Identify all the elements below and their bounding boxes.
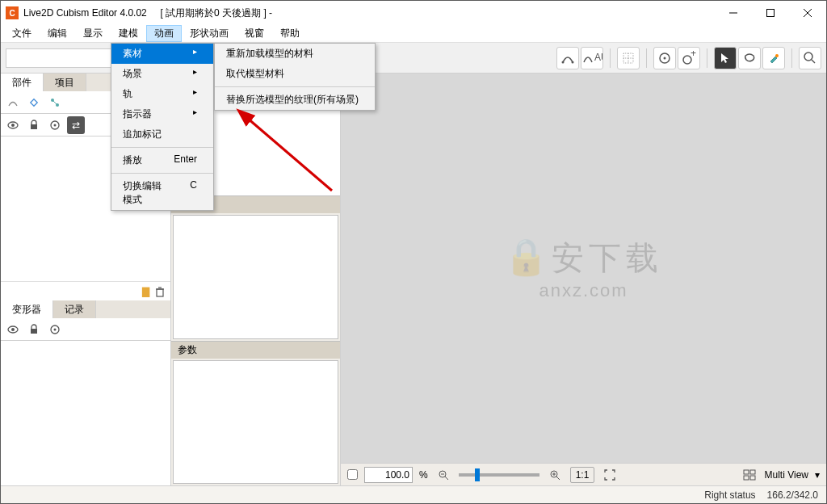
zoom-slider[interactable] <box>459 473 539 477</box>
rotate-add-tool[interactable]: + <box>678 47 700 69</box>
params-body[interactable] <box>173 360 338 484</box>
svg-point-36 <box>54 328 57 330</box>
canvas-checkbox[interactable] <box>347 469 358 480</box>
tab-deformer[interactable]: 变形器 <box>1 300 53 318</box>
svg-line-19 <box>812 60 815 63</box>
lock-icon[interactable] <box>25 116 43 134</box>
params-header: 参数 <box>171 341 340 359</box>
curve-tool-1[interactable] <box>556 47 579 69</box>
minimize-button[interactable] <box>715 1 752 25</box>
canvas-column: 🔒 安下载 anxz.com % 1:1 Multi View ▾ <box>340 74 826 485</box>
svg-point-17 <box>775 54 779 57</box>
svg-point-14 <box>664 57 666 59</box>
zoom-input[interactable] <box>364 467 413 483</box>
eye-icon-2[interactable] <box>4 321 22 338</box>
watermark-text-1: 安下载 <box>552 240 663 275</box>
status-right-label: Right status <box>704 489 755 501</box>
svg-rect-29 <box>157 289 163 296</box>
menu-animation[interactable]: 动画 <box>146 25 182 42</box>
menu-display[interactable]: 显示 <box>75 25 111 42</box>
watermark: 🔒 安下载 anxz.com <box>504 236 662 301</box>
svg-rect-44 <box>744 470 749 474</box>
menu-replace-model-material[interactable]: 取代模型材料 <box>215 64 375 84</box>
svg-line-41 <box>556 477 560 480</box>
app-icon: C <box>6 6 19 19</box>
menu-replace-selected-texture[interactable]: 替换所选模型的纹理(所有场景) <box>215 90 375 110</box>
parts-footer: ▇ <box>1 281 170 300</box>
rotate-tool[interactable] <box>653 47 676 69</box>
curve-auto-tool[interactable]: AUTO <box>581 47 603 69</box>
zoom-in-icon[interactable] <box>546 466 564 484</box>
node-icon[interactable] <box>46 94 64 111</box>
menu-indicator[interactable]: 指示器 <box>111 104 213 124</box>
multiview-icon <box>741 466 758 484</box>
svg-rect-26 <box>31 124 37 129</box>
svg-point-28 <box>54 124 57 126</box>
menu-modeling[interactable]: 建模 <box>111 25 146 42</box>
lasso-tool[interactable] <box>738 47 761 69</box>
diamond-icon[interactable] <box>25 94 43 111</box>
menu-track[interactable]: 轨 <box>111 84 213 104</box>
curve-icon[interactable] <box>4 94 22 111</box>
zoom-unit: % <box>419 469 428 481</box>
tab-record[interactable]: 记录 <box>53 300 96 318</box>
target-icon-2[interactable] <box>46 321 64 338</box>
deformer-list[interactable] <box>1 341 170 485</box>
fit-screen-icon[interactable] <box>601 466 619 484</box>
zoom-tool[interactable] <box>799 47 821 69</box>
arrow-tool[interactable] <box>714 47 737 69</box>
svg-text:+: + <box>691 51 696 59</box>
maximize-button[interactable] <box>752 1 789 25</box>
menu-scene[interactable]: 场景 <box>111 64 213 84</box>
svg-line-23 <box>52 100 57 105</box>
svg-text:AUTO: AUTO <box>594 52 602 63</box>
lock-watermark-icon: 🔒 <box>504 236 548 278</box>
menu-add-marker[interactable]: 追加标记 <box>111 124 213 145</box>
tab-project[interactable]: 项目 <box>44 74 86 91</box>
swap-icon[interactable]: ⇄ <box>67 116 85 134</box>
menu-toggle-edit-mode[interactable]: 切换编辑模式C <box>111 176 213 210</box>
menu-material[interactable]: 素材 <box>111 44 213 64</box>
menu-play[interactable]: 播放Enter <box>111 150 213 170</box>
svg-rect-46 <box>744 476 749 480</box>
menu-reload-model-material[interactable]: 重新加载模型的材料 <box>215 44 375 64</box>
animation-menu-dropdown: 素材 场景 轨 指示器 追加标记 播放Enter 切换编辑模式C <box>111 43 214 211</box>
menu-help[interactable]: 帮助 <box>272 25 308 42</box>
deformer-panel-tabs: 变形器 记录 <box>1 300 170 318</box>
tab-parts[interactable]: 部件 <box>1 74 44 91</box>
zoom-out-icon[interactable] <box>434 466 452 484</box>
menu-window[interactable]: 视窗 <box>237 25 272 42</box>
brush-tool[interactable] <box>762 47 785 69</box>
window-controls <box>715 1 826 25</box>
canvas-footer: % 1:1 Multi View ▾ <box>341 463 826 485</box>
menu-edit[interactable]: 编辑 <box>40 25 75 42</box>
material-submenu: 重新加载模型的材料 取代模型材料 替换所选模型的纹理(所有场景) <box>214 43 376 111</box>
trial-notice: [ 試用期將於0 天後過期 ] - <box>160 7 272 19</box>
canvas-viewport[interactable]: 🔒 安下载 anxz.com <box>341 74 826 463</box>
inspector-body[interactable] <box>173 215 338 338</box>
svg-point-4 <box>562 61 565 63</box>
deformer-toolbar <box>1 318 170 341</box>
window-title: Live2D Cubism Editor 4.0.02 [ 試用期將於0 天後過… <box>23 6 715 20</box>
target-icon[interactable] <box>46 116 64 134</box>
trash-icon[interactable] <box>154 286 166 297</box>
close-button[interactable] <box>789 1 826 25</box>
svg-line-38 <box>445 477 448 480</box>
app-name: Live2D Cubism Editor 4.0.02 <box>23 7 147 19</box>
menubar: 文件 编辑 显示 建模 动画 形状动画 视窗 帮助 <box>1 25 826 43</box>
svg-rect-45 <box>750 470 755 474</box>
multiview-label[interactable]: Multi View <box>765 469 808 481</box>
statusbar: Right status 166.2/342.0 <box>1 485 826 503</box>
grid-tool[interactable] <box>617 47 640 69</box>
svg-rect-47 <box>750 476 755 480</box>
menu-shape-anim[interactable]: 形状动画 <box>182 25 237 42</box>
lock-icon-2[interactable] <box>25 321 43 338</box>
svg-point-18 <box>804 52 812 61</box>
eye-icon[interactable] <box>4 116 22 134</box>
watermark-text-2: anxz.com <box>539 280 628 300</box>
ratio-button[interactable]: 1:1 <box>570 467 595 483</box>
svg-rect-1 <box>767 10 775 17</box>
folder-icon[interactable]: ▇ <box>142 286 149 297</box>
menu-file[interactable]: 文件 <box>4 25 40 42</box>
multiview-chevron[interactable]: ▾ <box>815 469 820 481</box>
